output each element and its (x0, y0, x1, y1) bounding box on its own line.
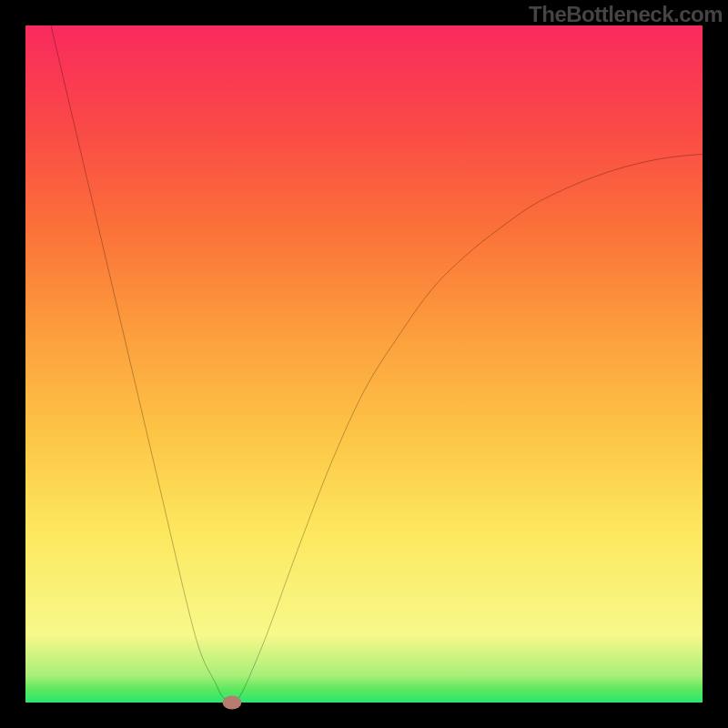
watermark-text: TheBottleneck.com (529, 2, 723, 27)
minimum-marker (223, 696, 242, 710)
bottleneck-curve (25, 0, 703, 703)
chart-container: TheBottleneck.com (0, 0, 728, 728)
chart-svg (25, 25, 703, 703)
